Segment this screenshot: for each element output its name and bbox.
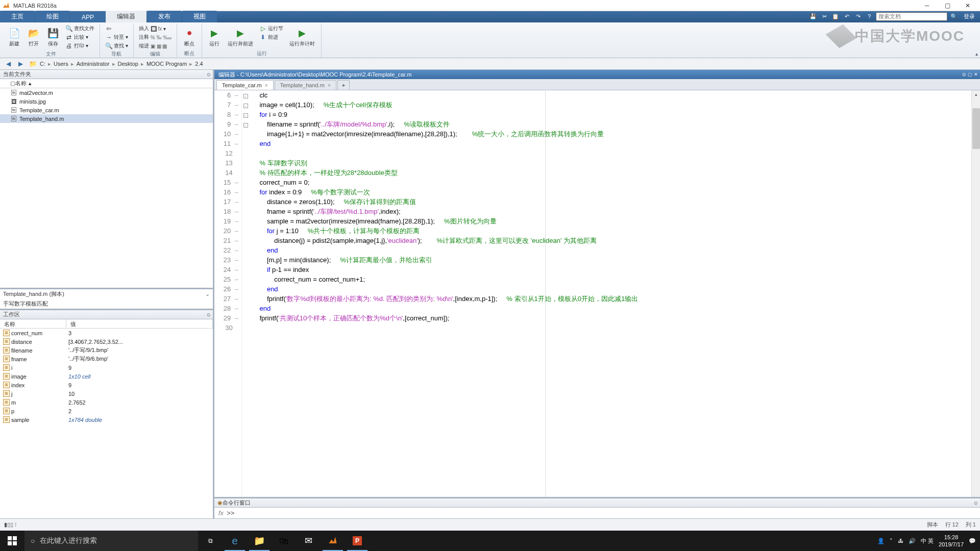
- code-line[interactable]: fprintf('共测试10个样本，正确匹配个数为%d个\n',[correct…: [252, 313, 980, 323]
- code-line[interactable]: image = cell(1,10); %生成十个cell保存模板: [252, 100, 980, 110]
- tray-notifications-icon[interactable]: 💬: [969, 538, 976, 544]
- editor-menu-icon[interactable]: ⊙: [962, 72, 966, 77]
- fold-button[interactable]: -: [243, 104, 248, 108]
- taskbar-store[interactable]: 🛍: [272, 531, 296, 551]
- taskbar-matlab[interactable]: [321, 531, 345, 551]
- code-line[interactable]: [m,p] = min(distance); %计算距离最小值，并给出索引: [252, 255, 980, 265]
- start-button[interactable]: [0, 531, 24, 551]
- editor-close-icon[interactable]: ✕: [974, 72, 978, 77]
- run-time-button[interactable]: ▶运行并计时: [286, 24, 318, 49]
- tray-clock[interactable]: 15:28 2019/7/17: [939, 534, 964, 548]
- line-number[interactable]: 26 –: [214, 284, 238, 294]
- workspace-variable[interactable]: ⊞fname'../手写/9/6.bmp': [0, 355, 213, 363]
- tray-network-icon[interactable]: 🖧: [898, 538, 903, 544]
- workspace-variable[interactable]: ⊞image1x10 cell: [0, 372, 213, 381]
- tab-view[interactable]: 视图: [182, 11, 217, 22]
- workspace-variable[interactable]: ⊞distance[3.4067,2.7652,3.52...: [0, 337, 213, 346]
- code-line[interactable]: for i = 0:9: [252, 110, 980, 119]
- find-files-button[interactable]: 🔍查找文件: [63, 24, 96, 33]
- code-line[interactable]: [252, 148, 980, 158]
- nav-back-button[interactable]: ⇦: [103, 24, 130, 33]
- file-list-header[interactable]: ▢ 名称▴: [0, 79, 213, 88]
- crumb[interactable]: Administrator: [77, 61, 110, 67]
- line-number[interactable]: 7 –: [214, 100, 238, 110]
- line-number[interactable]: 12: [214, 148, 238, 158]
- minimize-button[interactable]: ─: [917, 1, 937, 11]
- task-view-button[interactable]: ⧉: [198, 531, 223, 551]
- code-line[interactable]: end: [252, 245, 980, 255]
- editor-maximize-icon[interactable]: ▢: [968, 72, 972, 77]
- doc-search-input[interactable]: [876, 12, 947, 21]
- tab-home[interactable]: 主页: [0, 11, 35, 22]
- file-item[interactable]: 🖼minists.jpg: [0, 97, 213, 106]
- tab-plot[interactable]: 绘图: [35, 11, 70, 22]
- line-number[interactable]: 21 –: [214, 236, 238, 245]
- crumb[interactable]: Desktop: [118, 61, 138, 67]
- new-button[interactable]: 📄新建: [5, 24, 23, 50]
- code-line[interactable]: clc: [252, 90, 980, 100]
- line-number[interactable]: 24 –: [214, 265, 238, 274]
- line-number[interactable]: 30: [214, 323, 238, 333]
- collapse-ribbon-button[interactable]: ▴: [975, 51, 978, 57]
- code-line[interactable]: fprintf('数字%d到模板的最小距离为: %d. 匹配到的类别为: %d\…: [252, 294, 980, 304]
- nav-back-icon[interactable]: ◀: [3, 59, 13, 68]
- workspace-variable[interactable]: ⊞index9: [0, 381, 213, 389]
- panel-menu-icon[interactable]: ⊙: [974, 500, 978, 506]
- workspace-variable[interactable]: ⊞i9: [0, 363, 213, 372]
- breakpoints-button[interactable]: ●断点: [180, 24, 199, 49]
- line-number[interactable]: 22 –: [214, 245, 238, 255]
- vertical-scrollbar[interactable]: ▴: [971, 90, 980, 497]
- tab-close-icon[interactable]: ×: [328, 83, 331, 88]
- run-button[interactable]: ▶运行: [205, 24, 224, 49]
- maximize-button[interactable]: ▢: [937, 1, 958, 11]
- file-item[interactable]: fxTemplate_hand.m: [0, 114, 213, 123]
- tray-people-icon[interactable]: 👤: [877, 538, 885, 544]
- workspace-variable[interactable]: ⊞p2: [0, 407, 213, 415]
- line-number[interactable]: 15 –: [214, 178, 238, 187]
- tab-close-icon[interactable]: ×: [265, 83, 268, 88]
- code-line[interactable]: for j = 1:10 %共十个模板，计算与每个模板的距离: [252, 226, 980, 236]
- code-line[interactable]: fname = sprintf('../车牌/test/%d.1.bmp',in…: [252, 207, 980, 216]
- qat-undo-icon[interactable]: ↶: [842, 12, 851, 21]
- qat-help-icon[interactable]: ?: [865, 12, 874, 21]
- workspace-variable[interactable]: ⊞sample1x784 double: [0, 415, 213, 424]
- panel-menu-icon[interactable]: ⊙: [207, 312, 211, 317]
- code-line[interactable]: % 车牌数字识别: [252, 158, 980, 168]
- line-number[interactable]: 14: [214, 168, 238, 178]
- crumb[interactable]: 2.4: [195, 61, 203, 67]
- line-number[interactable]: 27 –: [214, 294, 238, 304]
- code-line[interactable]: end: [252, 284, 980, 294]
- line-number[interactable]: 28 –: [214, 304, 238, 313]
- advance-button[interactable]: ⬇前进: [257, 33, 285, 41]
- line-number[interactable]: 11 –: [214, 139, 238, 148]
- code-line[interactable]: correct_num = 0;: [252, 178, 980, 187]
- code-line[interactable]: image{1,i+1} = mat2vector(imresize(imrea…: [252, 129, 980, 139]
- crumb[interactable]: MOOC Program: [146, 61, 187, 67]
- tray-volume-icon[interactable]: 🔊: [909, 538, 916, 544]
- tray-up-icon[interactable]: ˄: [890, 538, 893, 544]
- code-line[interactable]: distance(j) = pdist2(sample,image{1,j},'…: [252, 236, 980, 245]
- line-number[interactable]: 13: [214, 158, 238, 168]
- workspace-variable[interactable]: ⊞filename'../手写/9/1.bmp': [0, 346, 213, 355]
- breadcrumb-path[interactable]: C:▸ Users▸ Administrator▸ Desktop▸ MOOC …: [40, 61, 203, 67]
- crumb[interactable]: C:: [40, 61, 45, 67]
- line-number[interactable]: 23 –: [214, 255, 238, 265]
- workspace-variable[interactable]: ⊞correct_num3: [0, 329, 213, 337]
- taskbar-explorer[interactable]: 📁: [247, 531, 272, 551]
- tray-ime[interactable]: 中 英: [921, 537, 934, 545]
- indent-button[interactable]: 缩进 ▣ ▦ ▩: [137, 42, 174, 50]
- run-section-button[interactable]: ▷运行节: [257, 24, 285, 33]
- fold-button[interactable]: -: [243, 94, 248, 98]
- line-number[interactable]: 29 –: [214, 313, 238, 323]
- qat-copy-icon[interactable]: 📋: [831, 12, 840, 21]
- code-line[interactable]: if p-1 == index: [252, 265, 980, 274]
- insert-button[interactable]: 插入 🔲 fx ▾: [137, 24, 174, 33]
- code-line[interactable]: end: [252, 304, 980, 313]
- qat-redo-icon[interactable]: ↷: [853, 12, 863, 21]
- file-item[interactable]: fxmat2vector.m: [0, 88, 213, 97]
- comment-button[interactable]: 注释 % ‰ ‱: [137, 33, 174, 41]
- tab-app[interactable]: APP: [70, 12, 105, 22]
- goto-button[interactable]: →转至 ▾: [103, 33, 130, 41]
- search-icon[interactable]: 🔍: [949, 12, 959, 21]
- open-button[interactable]: 📂打开: [24, 24, 43, 50]
